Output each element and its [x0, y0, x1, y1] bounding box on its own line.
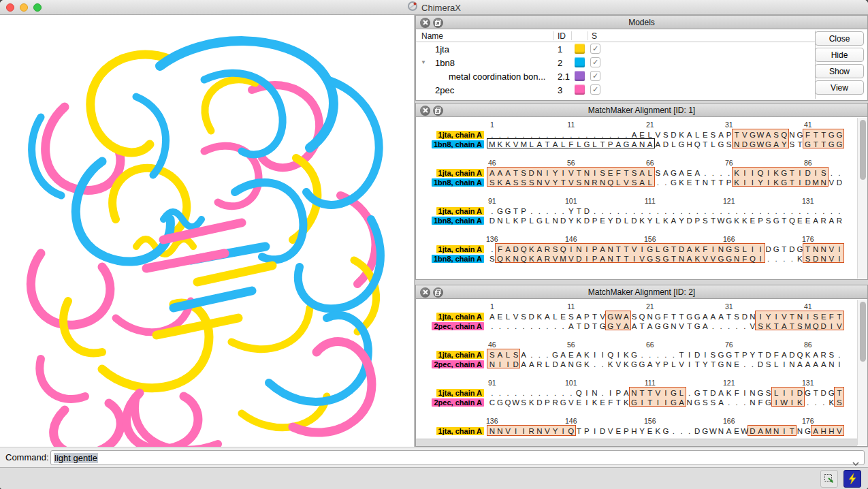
titlebar: ChimeraX — [0, 0, 868, 15]
sequence-text: ...........QIN.IPANTTVIGL.GTDAKFINGSLIID… — [488, 388, 843, 397]
ruler-tick: 121 — [723, 379, 735, 387]
ruler-tick: 41 — [804, 121, 812, 129]
ruler-tick: 21 — [646, 121, 654, 129]
alignment-1-title: MatchMaker Alignment [ID: 1] — [416, 104, 867, 117]
scrollbar[interactable] — [857, 300, 867, 445]
model-color-swatch[interactable] — [575, 71, 585, 81]
ruler-tick: 146 — [565, 417, 577, 425]
sequence-block: 46566676861jta, chain ASALSA...GAEAKIIQI… — [417, 341, 867, 368]
ruler-tick: 31 — [725, 302, 733, 311]
model-shown-checkbox[interactable]: ✓ — [590, 71, 600, 81]
chimerax-app-icon — [407, 1, 418, 14]
ruler-tick: 11 — [567, 121, 575, 129]
scrollbar[interactable] — [857, 118, 867, 279]
model-row[interactable]: ▼1bn82✓ — [416, 56, 815, 69]
sequence-block: 46566676861jta, chain AAAATSDNIYIVTNISEF… — [417, 159, 867, 186]
sequence-text: CGQWSKDPRGVEIKEFTKGITIIGANGSSA...NFGIWIK… — [488, 397, 843, 407]
ruler-tick: 101 — [565, 197, 577, 205]
ruler-tick: 21 — [646, 302, 654, 311]
ruler-tick: 1 — [490, 121, 494, 129]
column-header-name[interactable]: Name — [421, 31, 443, 41]
ruler-tick: 91 — [488, 379, 496, 387]
models-panel: Models Name ID S 1jta1✓▼1bn82✓metal coor… — [415, 15, 868, 101]
column-header-id[interactable]: ID — [558, 31, 566, 41]
models-buttons: Close Hide Show View — [815, 31, 864, 95]
models-table-header: Name ID S — [416, 31, 815, 42]
sequence-row-label: 1jta, chain A — [436, 389, 484, 397]
model-shown-checkbox[interactable]: ✓ — [590, 44, 600, 54]
model-shown-checkbox[interactable]: ✓ — [590, 57, 600, 67]
view-model-button[interactable]: View — [815, 80, 864, 95]
hide-model-button[interactable]: Hide — [815, 48, 864, 62]
sequence-row: 1jta, chain A.FADQKARSQINIPANTTVIGLGTDAK… — [417, 244, 867, 253]
sequence-row: 1jta, chain A..................AELVSDKAL… — [417, 129, 867, 139]
sequence-row: 1jta, chain AAAATSDNIYIVTNISEFTSALSAGAEA… — [417, 168, 867, 177]
sequence-row: 2pec, chain ACGQWSKDPRGVEIKEFTKGITIIGANG… — [417, 397, 867, 407]
model-row[interactable]: metal coordination bon...2.1✓ — [416, 69, 815, 83]
scrollbar-thumb[interactable] — [860, 302, 866, 362]
sequence-row: 2pec, chain A..........ATDTGGYAATAGGNVTG… — [417, 321, 867, 330]
sequence-row-label: 1bn8, chain A — [432, 217, 484, 225]
sequence-row-label: 2pec, chain A — [432, 398, 484, 407]
selection-mode-button[interactable] — [820, 470, 838, 488]
ruler-tick: 136 — [486, 235, 498, 243]
sequence-row: 1bn8, chain ASQKNQKARVMVDIPANTTIVGSGTNAK… — [417, 253, 867, 263]
sequence-block: 911011111211311jta, chain A.GGTP.....YTD… — [417, 197, 867, 224]
sequence-row-label: 1jta, chain A — [436, 245, 484, 253]
sequence-row-label: 1jta, chain A — [436, 207, 484, 215]
command-input[interactable]: light gentle — [50, 450, 865, 465]
status-bar — [0, 467, 868, 489]
model-row[interactable]: 1jta1✓ — [416, 42, 815, 56]
sequence-block: 1112131411jta, chain AAELVSDKALESAPTVGWA… — [417, 302, 867, 330]
scrollbar-thumb[interactable] — [860, 120, 866, 180]
ruler-tick: 11 — [567, 302, 575, 311]
ruler-tick: 156 — [644, 235, 656, 243]
model-name: 1bn8 — [435, 58, 455, 68]
ruler-tick: 166 — [723, 417, 735, 425]
3d-viewport[interactable] — [0, 15, 414, 447]
ruler-tick: 76 — [725, 159, 733, 167]
ruler-tick: 146 — [565, 235, 577, 243]
expander-triangle-icon[interactable]: ▼ — [421, 60, 426, 65]
sequence-row-label: 2pec, chain A — [432, 360, 484, 368]
sequence-text: ..........ATDTGGYAATAGGNVTGA.....VSKTATS… — [488, 321, 843, 330]
sequence-row: 1jta, chain AAELVSDKALESAPTVGWASQNGFTTGG… — [417, 311, 867, 321]
ruler-tick: 76 — [725, 341, 733, 349]
ruler-tick: 101 — [565, 379, 577, 387]
close-model-button[interactable]: Close — [815, 31, 864, 46]
sequence-text: .FADQKARSQINIPANTTVIGLGTDAKFINGSLIIDGTDG… — [488, 244, 843, 253]
sequence-block: 1112131411jta, chain A..................… — [417, 121, 867, 148]
show-model-button[interactable]: Show — [815, 64, 864, 78]
model-shown-checkbox[interactable]: ✓ — [590, 84, 600, 95]
sequence-text: NNVIIRNVYIQTPIDVEPHYEKG...DGWNAEWDAMNITN… — [488, 426, 843, 435]
ruler-tick: 121 — [723, 197, 735, 205]
ruler-tick: 66 — [646, 341, 654, 349]
model-name: 2pec — [435, 85, 454, 95]
alignment-2-title: MatchMaker Alignment [ID: 2] — [416, 285, 867, 299]
model-color-swatch[interactable] — [575, 44, 585, 54]
sequence-row-label: 1jta, chain A — [436, 427, 484, 435]
ruler-tick: 166 — [723, 235, 735, 243]
model-id: 1 — [558, 44, 562, 54]
ruler-tick: 86 — [804, 159, 812, 167]
sequence-ruler: 136146156166176 — [417, 417, 867, 426]
sequence-text: SQKNQKARVMVDIPANTTIVGSGTNAKVVGGNFQI....K… — [488, 253, 843, 263]
ruler-tick: 136 — [486, 417, 498, 425]
fast-mode-button[interactable] — [843, 470, 861, 488]
ruler-tick: 111 — [645, 379, 656, 387]
sequence-row: 1jta, chain A.GGTP.....YTD..............… — [417, 206, 867, 215]
ruler-tick: 111 — [645, 197, 656, 205]
sequence-row: 1jta, chain ANNVIIRNVYIQTPIDVEPHYEKG...D… — [417, 426, 867, 435]
model-row[interactable]: 2pec3✓ — [416, 83, 815, 97]
ruler-tick: 41 — [804, 302, 812, 311]
ruler-tick: 56 — [567, 341, 575, 349]
column-header-shown[interactable]: S — [592, 31, 597, 41]
sequence-text: .GGTP.....YTD...........................… — [488, 206, 843, 215]
command-bar: Command: light gentle — [0, 447, 868, 467]
model-color-swatch[interactable] — [575, 84, 585, 95]
protein-ribbon-rendering — [0, 15, 414, 447]
model-color-swatch[interactable] — [575, 57, 585, 67]
sequence-row-label: 1bn8, chain A — [432, 178, 484, 187]
sequence-text: ..................AELVSDKALESAPTVGWASQNG… — [488, 129, 843, 139]
ruler-tick: 56 — [567, 159, 575, 167]
